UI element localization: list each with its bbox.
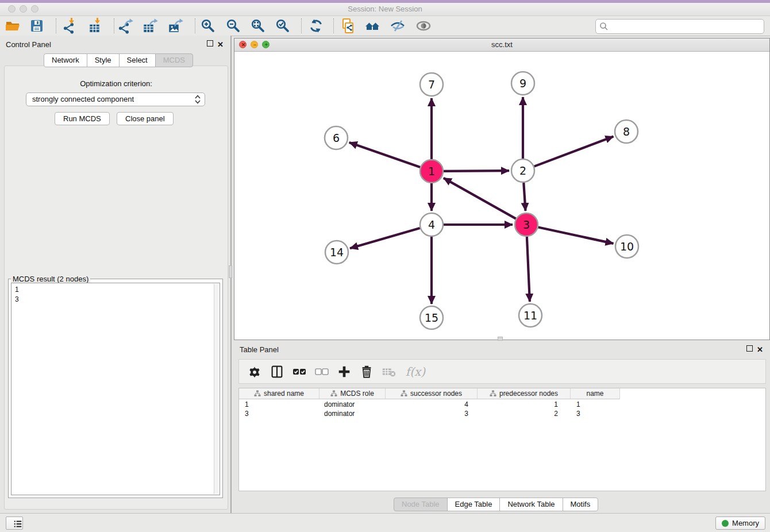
edge-1-6[interactable]: [349, 142, 421, 167]
network-resize-handle[interactable]: [498, 337, 503, 341]
search-input[interactable]: [611, 20, 761, 33]
tree-icon: [254, 390, 261, 397]
hide-selected-button[interactable]: [390, 18, 406, 34]
toolbar-separator: [333, 18, 334, 33]
zoom-in-button[interactable]: [200, 18, 216, 34]
node-label-2: 2: [519, 164, 526, 177]
mcds-result-title: MCDS result (2 nodes): [11, 275, 90, 283]
tab-motifs[interactable]: Motifs: [563, 498, 599, 511]
search-field[interactable]: [595, 19, 764, 34]
home-layout-button[interactable]: [364, 18, 380, 34]
tab-edge-table[interactable]: Edge Table: [447, 498, 500, 511]
table-row-0[interactable]: 1dominator411: [239, 400, 765, 409]
table-column-headers: shared name MCDS role successor nodes pr…: [239, 388, 620, 399]
cell-0-3[interactable]: 1: [478, 400, 571, 409]
edge-3-10[interactable]: [538, 228, 614, 244]
column-header-name[interactable]: name: [571, 388, 620, 399]
optimization-criterion-label: Optimization criterion:: [5, 79, 228, 88]
import-table-button[interactable]: [87, 18, 103, 34]
deselect-all-checkboxes-button[interactable]: [313, 363, 330, 380]
edge-3-11[interactable]: [527, 237, 530, 302]
node-label-7: 7: [428, 78, 435, 91]
mcds-result-textarea[interactable]: 1 3: [11, 283, 220, 495]
tab-select[interactable]: Select: [119, 53, 156, 67]
table-toolbar: f(x): [238, 359, 766, 384]
node-label-14: 14: [330, 246, 344, 259]
edge-2-3[interactable]: [523, 183, 525, 211]
memory-button[interactable]: Memory: [715, 516, 765, 530]
panel-divider-handle[interactable]: [229, 265, 232, 278]
table-panel: Table Panel ✕ f(x) shared name MCDS role…: [234, 343, 770, 511]
float-table-panel-icon[interactable]: [746, 345, 753, 352]
cell-1-4[interactable]: 3: [571, 409, 620, 418]
selected-option: strongly connected component: [32, 93, 134, 106]
duplicate-network-button[interactable]: [340, 18, 356, 34]
table-settings-button[interactable]: [246, 363, 263, 380]
tab-network-table[interactable]: Network Table: [499, 498, 563, 511]
node-label-4: 4: [428, 218, 435, 231]
main-titlebar[interactable]: Session: New Session: [0, 3, 770, 16]
show-selected-button[interactable]: [415, 18, 432, 34]
cell-1-1[interactable]: dominator: [319, 409, 386, 418]
close-table-panel-icon[interactable]: ✕: [757, 345, 763, 354]
import-network-button[interactable]: [61, 18, 77, 34]
network-graph-canvas[interactable]: 7968124314101511: [234, 51, 769, 340]
node-label-10: 10: [620, 240, 634, 253]
function-builder-button[interactable]: f(x): [403, 363, 428, 380]
toolbar-separator: [195, 18, 195, 33]
node-label-1: 1: [428, 165, 435, 178]
tab-node-table[interactable]: Node Table: [394, 498, 448, 511]
delete-table-button[interactable]: [380, 363, 398, 380]
cell-0-1[interactable]: dominator: [319, 400, 386, 409]
export-network-button[interactable]: [117, 18, 133, 34]
cell-0-4[interactable]: 1: [571, 400, 620, 409]
window-title: Session: New Session: [0, 3, 770, 16]
application-window: Session: New Session Control Panel ✕: [0, 0, 770, 532]
task-history-button[interactable]: [6, 516, 23, 530]
tab-style[interactable]: Style: [87, 53, 120, 67]
mcds-result-group: MCDS result (2 nodes) 1 3: [8, 279, 223, 498]
zoom-selected-button[interactable]: [275, 18, 291, 34]
split-view-button[interactable]: [268, 363, 286, 380]
close-panel-icon[interactable]: ✕: [217, 40, 224, 49]
edge-1-2[interactable]: [444, 171, 509, 171]
control-panel-title: Control Panel: [6, 40, 51, 49]
edge-2-8[interactable]: [534, 137, 614, 167]
export-table-button[interactable]: [142, 18, 158, 34]
cell-1-3[interactable]: 2: [478, 409, 571, 418]
zoom-fit-button[interactable]: [250, 18, 266, 34]
refresh-view-button[interactable]: [308, 18, 324, 34]
add-column-button[interactable]: [336, 363, 353, 380]
toolbar-separator: [114, 18, 114, 33]
cell-1-2[interactable]: 3: [386, 409, 478, 418]
node-label-8: 8: [623, 125, 630, 138]
result-scrollbar[interactable]: [214, 284, 219, 494]
column-header-mcds-role[interactable]: MCDS role: [319, 388, 386, 399]
edge-4-14[interactable]: [350, 228, 420, 248]
delete-column-button[interactable]: [358, 363, 375, 380]
edge-3-1[interactable]: [444, 178, 516, 219]
node-table: shared name MCDS role successor nodes pr…: [238, 388, 766, 491]
run-mcds-button[interactable]: Run MCDS: [55, 112, 110, 125]
select-all-checkboxes-button[interactable]: [291, 363, 308, 380]
table-row-1[interactable]: 3dominator323: [239, 409, 765, 418]
tab-mcds[interactable]: MCDS: [155, 53, 193, 67]
cell-1-0[interactable]: 3: [239, 409, 319, 418]
float-panel-icon[interactable]: [207, 40, 213, 47]
zoom-out-button[interactable]: [225, 18, 241, 34]
open-session-button[interactable]: [5, 18, 21, 34]
column-header-shared-name[interactable]: shared name: [239, 388, 319, 399]
tab-network[interactable]: Network: [44, 53, 87, 67]
toolbar-separator: [301, 18, 302, 33]
column-header-predecessor-nodes[interactable]: predecessor nodes: [478, 388, 571, 399]
cell-0-0[interactable]: 1: [239, 400, 319, 409]
column-header-successor-nodes[interactable]: successor nodes: [386, 388, 478, 399]
optimization-criterion-select[interactable]: strongly connected component: [26, 92, 205, 106]
close-panel-button[interactable]: Close panel: [117, 112, 174, 125]
export-image-button[interactable]: [167, 18, 183, 34]
mcds-result-text: 1 3: [15, 285, 211, 494]
table-rows: 1dominator4113dominator323: [239, 400, 765, 418]
save-session-button[interactable]: [29, 18, 45, 34]
cell-0-2[interactable]: 4: [386, 400, 478, 409]
network-window-titlebar[interactable]: ✕ − + scc.txt: [234, 38, 769, 52]
